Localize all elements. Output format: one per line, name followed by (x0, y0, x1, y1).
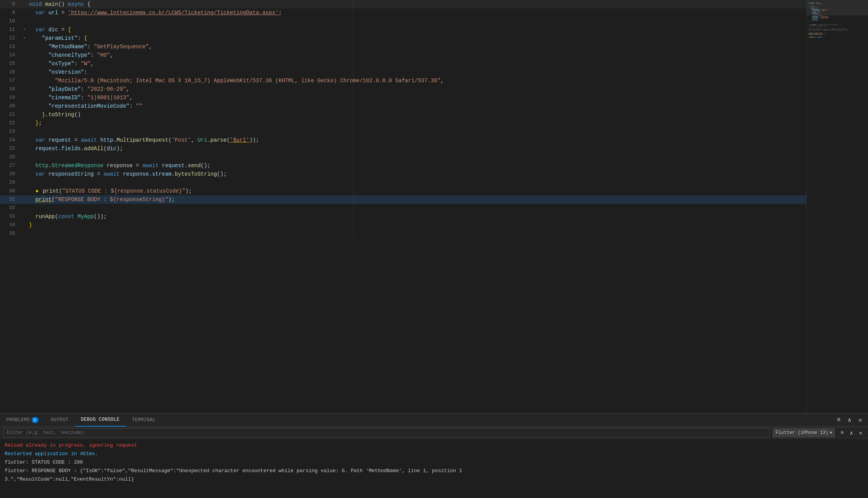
line-content: "channelType": "HO", (27, 51, 806, 59)
panel-tab-output[interactable]: OUTPUT (45, 413, 75, 427)
code-line: 35 (0, 229, 806, 238)
up-icon-button[interactable]: ∧ (847, 429, 856, 437)
console-line: Reload already in progress, ignoring req… (5, 441, 863, 450)
line-number: 15 (0, 59, 21, 68)
line-number: 16 (0, 68, 21, 76)
panel-tab-problems[interactable]: PROBLEMS8 (0, 413, 45, 427)
line-number: 23 (0, 127, 21, 136)
line-number: 8 (0, 0, 21, 8)
code-line: 26 (0, 153, 806, 161)
filter-row: Flutter (iPhone 13) ▼ ≡ ∧ ✕ (0, 427, 868, 439)
code-line: 21 }.toString() (0, 110, 806, 119)
line-content: print("RESPONSE BODY : ${responseString}… (27, 195, 806, 204)
code-line: 31 print("RESPONSE BODY : ${responseStri… (0, 195, 806, 204)
code-line: 30 ● print("STATUS CODE : ${response.sta… (0, 187, 806, 195)
line-content: var dic = { (27, 25, 806, 34)
line-number: 9 (0, 8, 21, 17)
problems-badge: 8 (32, 417, 39, 423)
dropdown-label: Flutter (iPhone 13) (775, 430, 828, 435)
list-icon-button[interactable]: ≡ (838, 429, 846, 437)
code-line: 23 (0, 127, 806, 136)
line-content: "paramList": { (27, 34, 806, 42)
code-line: 11▾ var dic = { (0, 25, 806, 34)
line-content: "playDate": "2022-06-29", (27, 85, 806, 93)
code-line: 8void main() async { (0, 0, 806, 8)
code-line: 27 http.StreamedResponse response = awai… (0, 161, 806, 170)
minimap-highlight (807, 0, 868, 15)
console-line: 3.","ResultCode":null,"EventResultYn":nu… (5, 475, 863, 484)
line-number: 13 (0, 42, 21, 51)
line-number: 14 (0, 51, 21, 59)
close-panel-button[interactable]: ✕ (856, 415, 865, 425)
panel-tabs-container: PROBLEMS8OUTPUTDEBUG CONSOLETERMINAL (0, 413, 162, 427)
code-line: 22 }; (0, 119, 806, 127)
code-line: 20 "representationMovieCode": "" (0, 102, 806, 110)
code-line: 32 (0, 204, 806, 212)
code-line: 18 "playDate": "2022-06-29", (0, 85, 806, 93)
line-number: 29 (0, 178, 21, 187)
line-number: 26 (0, 153, 21, 161)
line-content: "MethodName": "GetPlaySequence", (27, 42, 806, 51)
code-line: 33 runApp(const MyApp()); (0, 212, 806, 221)
line-content: http.StreamedResponse response = await r… (27, 161, 806, 170)
code-lines-container: 8void main() async {9 var url = 'https:/… (0, 0, 806, 238)
debug-dropdown[interactable]: Flutter (iPhone 13) ▼ (773, 428, 835, 437)
line-number: 24 (0, 136, 21, 144)
line-number: 27 (0, 161, 21, 170)
code-line: 17 "Mozilla/5.0 (Macintosh; Intel Mac OS… (0, 76, 806, 85)
code-line: 16 "osVersion": (0, 68, 806, 76)
debug-breakpoint-icon: ● (35, 188, 42, 194)
line-number: 19 (0, 93, 21, 102)
console-line: flutter: RESPONSE BODY : {"IsOK":"false"… (5, 467, 863, 475)
console-line: flutter: STATUS CODE : 200 (5, 458, 863, 467)
editor-area: 8void main() async {9 var url = 'https:/… (0, 0, 868, 413)
maximize-panel-button[interactable]: ∧ (845, 415, 854, 425)
line-number: 32 (0, 204, 21, 212)
code-line: 13 "MethodName": "GetPlaySequence", (0, 42, 806, 51)
line-content: void main() async { (27, 0, 806, 8)
debug-icons: ≡ ∧ ✕ (838, 429, 865, 437)
line-number: 31 (0, 195, 21, 204)
line-content: runApp(const MyApp()); (27, 212, 806, 221)
line-number: 25 (0, 144, 21, 153)
line-number: 34 (0, 221, 21, 229)
panel-tab-debug[interactable]: DEBUG CONSOLE (75, 413, 126, 427)
line-content: "representationMovieCode": "" (27, 102, 806, 110)
console-line: Restarted application in 461ms. (5, 450, 863, 458)
chevron-down-icon: ▼ (830, 431, 832, 435)
line-content: }.toString() (27, 110, 806, 119)
panel-tab-terminal[interactable]: TERMINAL (126, 413, 162, 427)
line-content: } (27, 221, 806, 229)
code-line: 12▾ "paramList": { (0, 34, 806, 42)
line-content: var url = 'https://www.lottecinema.co.kr… (27, 8, 806, 17)
code-panel[interactable]: 8void main() async {9 var url = 'https:/… (0, 0, 806, 413)
line-content: }; (27, 119, 806, 127)
line-content: "cinemaID": "1|0001|1013", (27, 93, 806, 102)
line-number: 12 (0, 34, 21, 42)
line-number: 18 (0, 85, 21, 93)
line-number: 35 (0, 229, 21, 238)
console-output: Reload already in progress, ignoring req… (0, 439, 868, 498)
line-number: 11 (0, 25, 21, 34)
panel-controls: ≡ ∧ ✕ (834, 415, 868, 425)
code-line: 25 request.fields.addAll(dic); (0, 144, 806, 153)
line-number: 20 (0, 102, 21, 110)
line-number: 17 (0, 76, 21, 85)
line-content: "Mozilla/5.0 (Macintosh; Intel Mac OS X … (27, 76, 806, 85)
fold-arrow[interactable]: ▾ (21, 34, 27, 42)
code-line: 9 var url = 'https://www.lottecinema.co.… (0, 8, 806, 17)
line-number: 10 (0, 17, 21, 25)
line-content: var responseString = await response.stre… (27, 170, 806, 178)
close-console-button[interactable]: ✕ (856, 429, 865, 437)
line-content: request.fields.addAll(dic); (27, 144, 806, 153)
code-line: 34} (0, 221, 806, 229)
wrap-lines-button[interactable]: ≡ (834, 415, 843, 425)
fold-arrow[interactable]: ▾ (21, 25, 27, 34)
code-line: 29 (0, 178, 806, 187)
code-line: 24 var request = await http.MultipartReq… (0, 136, 806, 144)
line-content: ● print("STATUS CODE : ${response.status… (27, 187, 806, 195)
line-content: "osType": "W", (27, 59, 806, 68)
line-number: 30 (0, 187, 21, 195)
filter-input[interactable] (3, 428, 770, 437)
line-number: 21 (0, 110, 21, 119)
